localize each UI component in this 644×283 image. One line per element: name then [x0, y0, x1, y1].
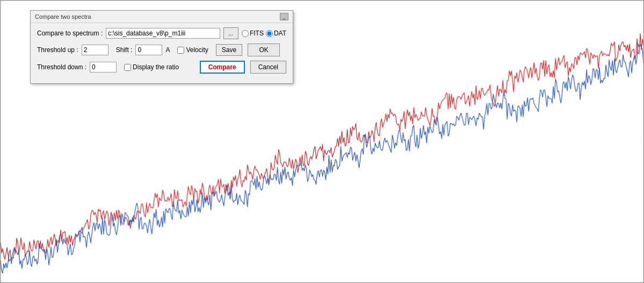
display-ratio-checkbox[interactable]: [124, 64, 131, 71]
ok-button[interactable]: OK: [248, 43, 280, 56]
threshold-up-row: Threshold up : Shift : A Velocity Save O…: [37, 43, 286, 56]
threshold-up-input[interactable]: [82, 45, 108, 55]
threshold-down-input[interactable]: [90, 62, 117, 72]
dat-radio-label[interactable]: DAT: [266, 30, 286, 37]
dialog-minimize-button[interactable]: _: [280, 13, 288, 20]
threshold-down-label: Threshold down :: [37, 63, 86, 71]
shift-label: Shift :: [116, 46, 133, 54]
velocity-checkbox[interactable]: [177, 47, 184, 54]
dialog-content: Compare to spectrum : ... FITS DAT Thres…: [31, 23, 293, 83]
browse-button[interactable]: ...: [223, 27, 238, 39]
display-ratio-checkbox-label[interactable]: Display the ratio: [124, 63, 179, 71]
save-button[interactable]: Save: [216, 44, 242, 56]
main-window: Compare two spectra _ Compare to spectru…: [0, 0, 644, 283]
spectrum-label: Compare to spectrum :: [37, 30, 103, 37]
velocity-checkbox-label[interactable]: Velocity: [177, 46, 208, 54]
fits-radio[interactable]: [242, 30, 249, 37]
dialog-title: Compare two spectra: [35, 13, 91, 20]
compare-dialog: Compare two spectra _ Compare to spectru…: [30, 10, 293, 84]
dialog-titlebar: Compare two spectra _: [31, 11, 293, 23]
spectrum-input[interactable]: [106, 28, 220, 39]
threshold-up-label: Threshold up :: [37, 46, 78, 54]
format-radio-group: FITS DAT: [242, 30, 286, 37]
spectrum-row: Compare to spectrum : ... FITS DAT: [37, 27, 286, 39]
cancel-button[interactable]: Cancel: [250, 61, 286, 74]
threshold-down-row: Threshold down : Display the ratio Compa…: [37, 61, 286, 74]
shift-input[interactable]: [135, 45, 162, 55]
compare-button[interactable]: Compare: [200, 61, 245, 74]
fits-radio-label[interactable]: FITS: [242, 30, 264, 37]
angstrom-label: A: [165, 46, 170, 54]
dat-radio[interactable]: [266, 30, 273, 37]
